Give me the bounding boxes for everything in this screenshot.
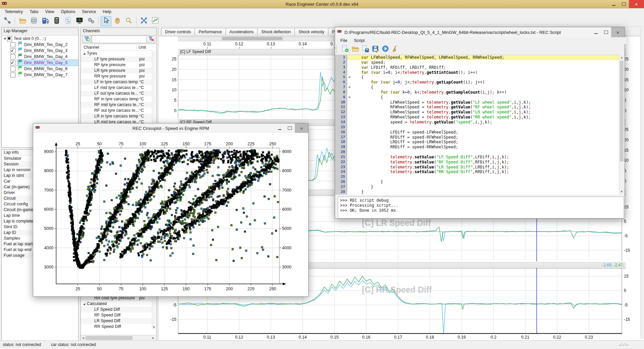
code-line[interactable]: 6 for (var j=0; j<;telemetry.getLapCount… [335, 80, 619, 85]
maximize-button[interactable] [619, 0, 629, 8]
menu-options[interactable]: Options [57, 8, 78, 15]
fold-marker[interactable] [347, 90, 352, 95]
code-line[interactable]: 24 telemetry.setValue("RR Speed Diff",RR… [335, 169, 619, 174]
menu-telemetry[interactable]: Telemetry [1, 8, 26, 15]
fold-marker[interactable] [347, 60, 352, 65]
tab-driver-controls[interactable]: Driver controls [161, 28, 195, 36]
crossplot-button[interactable] [150, 16, 161, 26]
code-line[interactable]: 15 [335, 125, 619, 130]
lap-row[interactable]: Dmi_BMW_Tes_Day_7 [2, 72, 78, 78]
code-line[interactable]: 27 } [335, 185, 619, 190]
pan-tool-button[interactable] [112, 16, 123, 26]
channel-filter-input[interactable] [92, 35, 148, 43]
code-line[interactable]: 10 LFWheelSpeed = telemetry.getValue("LF… [335, 100, 619, 105]
menu-tabs[interactable]: Tabs [26, 8, 42, 15]
close-button[interactable]: × [629, 0, 644, 8]
fold-marker[interactable] [347, 150, 352, 155]
column-channel[interactable]: Channel [84, 44, 99, 50]
code-line[interactable]: 14 speed = telemetry.getValue("speed",i,… [335, 120, 619, 125]
channel-row[interactable]: RR Speed Diff [81, 324, 156, 330]
clean-button[interactable] [391, 45, 400, 54]
fold-marker[interactable] [347, 70, 352, 75]
fold-marker[interactable] [347, 105, 352, 110]
lap-checkbox[interactable] [10, 54, 15, 59]
fold-marker[interactable] [347, 85, 352, 90]
fold-marker[interactable] [347, 169, 352, 174]
code-line[interactable]: 12 LRWheelSpeed = telemetry.getValue("LR… [335, 110, 619, 115]
channel-row[interactable]: LF Speed Diff [81, 307, 156, 312]
scroll-down-icon[interactable]: ▼ [152, 325, 156, 330]
channel-row[interactable]: RR tyre pressurepsi [81, 73, 156, 79]
fold-marker[interactable] [347, 75, 352, 80]
code-line[interactable]: 8 for (var k=0; k<;telemetry.getSampleCo… [335, 90, 619, 95]
lap-row[interactable]: Dmi_BMW_Tes_Day_2 [2, 42, 78, 48]
scroll-left-icon[interactable]: ◄ [82, 336, 85, 340]
save-button[interactable] [371, 45, 380, 54]
code-line[interactable]: 9 { [335, 95, 619, 100]
connect-button[interactable] [2, 16, 13, 26]
script-menu-file[interactable]: File [337, 37, 351, 44]
code-editor[interactable]: 1 var LFWheelSpeed, RFWheelSpeed, LRWhee… [335, 55, 619, 195]
lap-row[interactable]: Dmi_BMW_Tes_Day_3 [2, 48, 78, 54]
channel-row[interactable]: LR in tyre carcass temp°C [81, 113, 156, 119]
menu-help[interactable]: Help [99, 8, 115, 15]
scroll-up-icon[interactable]: ▲ [619, 55, 624, 60]
channel-row[interactable]: LR Speed Diff [81, 318, 156, 324]
fold-marker[interactable] [347, 80, 352, 85]
code-line[interactable]: 25 [335, 174, 619, 180]
channel-row[interactable]: RF out tyre carcass te...°C [81, 108, 156, 113]
channel-row[interactable]: RF Speed Diff [81, 312, 156, 318]
fold-marker[interactable] [347, 190, 352, 195]
code-line[interactable]: 19 RRDiff = speed-RRWheelSpeed; [335, 145, 619, 150]
right-splitter[interactable] [640, 29, 644, 339]
fold-marker[interactable] [347, 145, 352, 150]
channel-row[interactable]: LF tyre pressurepsi [81, 56, 156, 62]
fold-marker[interactable] [347, 110, 352, 115]
gears-button[interactable] [86, 16, 96, 26]
menu-view[interactable]: View [42, 8, 58, 15]
code-line[interactable]: 20 [335, 150, 619, 155]
menu-service[interactable]: Service [79, 8, 100, 15]
filter-apply-button[interactable] [82, 35, 91, 43]
crossplot-chart[interactable]: 2525505075751001001251251501501751752002… [33, 133, 308, 296]
fold-marker[interactable] [347, 100, 352, 105]
tab-performance[interactable]: Performance [195, 28, 226, 36]
fold-marker[interactable] [347, 55, 352, 60]
code-scroll-thumb[interactable] [620, 61, 624, 161]
fold-marker[interactable] [347, 125, 352, 130]
code-line[interactable]: 21 telemetry.setValue("LF Speed Diff",LF… [335, 155, 619, 160]
lap-checkbox[interactable] [10, 60, 15, 65]
database-button[interactable] [29, 16, 39, 26]
lap-checkbox[interactable] [10, 66, 15, 71]
code-line[interactable]: 11 RFWheelSpeed = telemetry.getValue("RF… [335, 105, 619, 110]
code-line[interactable]: 18 LRDiff = speed-LRWheelSpeed; [335, 140, 619, 145]
hscroll-thumb[interactable] [86, 336, 132, 340]
expander-icon[interactable] [83, 53, 85, 55]
fold-marker[interactable] [347, 155, 352, 160]
fold-marker[interactable] [347, 130, 352, 135]
channel-row[interactable]: LF out tyre carcass te...°C [81, 91, 156, 96]
code-line[interactable]: 2 var speed; [335, 60, 619, 65]
fold-marker[interactable] [347, 180, 352, 185]
crossplot-titlebar[interactable]: REC Crossplot - Speed vs Engine RPM × [33, 123, 308, 133]
channel-row[interactable]: RF in tyre carcass temp°C [81, 96, 156, 102]
channel-hscrollbar[interactable]: ◄ ► [81, 335, 156, 341]
stint-checkbox[interactable] [7, 36, 12, 41]
channel-row[interactable]: RF tyre pressurepsi [81, 62, 156, 68]
run-button[interactable] [381, 45, 390, 54]
fold-marker[interactable] [347, 185, 352, 190]
code-line[interactable]: 26 } [335, 180, 619, 185]
cursor-tool-button[interactable] [101, 16, 111, 26]
open-button[interactable] [17, 16, 28, 26]
code-line[interactable]: 1 var LFWheelSpeed, RFWheelSpeed, LRWhee… [335, 55, 619, 60]
expander-icon[interactable] [83, 303, 85, 305]
lap-checkbox[interactable] [10, 48, 15, 53]
save-as-button[interactable] [361, 45, 370, 54]
channel-group-row[interactable]: Tyres [81, 51, 156, 56]
code-line[interactable]: 7 { [335, 85, 619, 90]
minimize-button[interactable] [609, 0, 619, 8]
channel-row[interactable]: LF in tyre carcass temp°C [81, 79, 156, 85]
fuel-button[interactable] [40, 16, 51, 26]
fit-view-button[interactable] [139, 16, 149, 26]
code-line[interactable]: 13 RRWheelSpeed = telemetry.getValue("RR… [335, 115, 619, 120]
